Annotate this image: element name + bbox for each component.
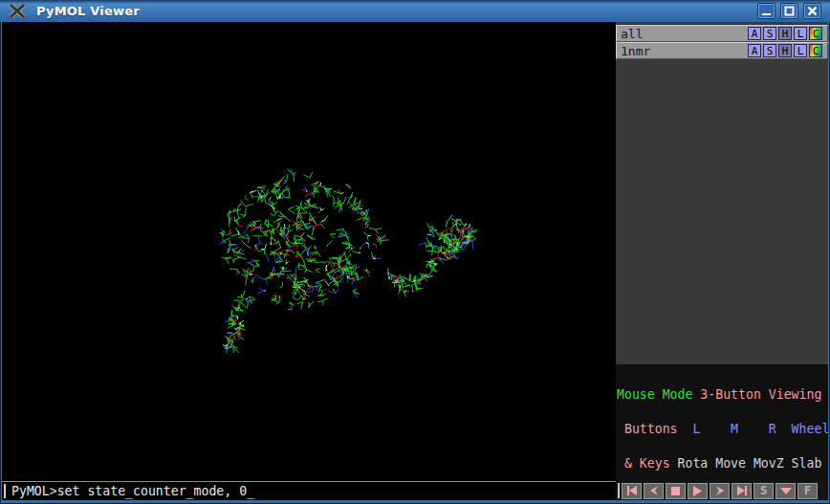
- minimize-button[interactable]: [757, 3, 775, 19]
- frame-menu-button[interactable]: [775, 483, 796, 499]
- object-name[interactable]: 1nmr: [617, 44, 748, 58]
- step-back-button[interactable]: [644, 483, 664, 499]
- go-to-end-button[interactable]: [732, 483, 752, 499]
- sidebar: all A S H L C 1nmr A S H L C Mouse Mode …: [616, 22, 828, 500]
- viewport[interactable]: [2, 22, 616, 481]
- titlebar: PyMOL Viewer: [0, 0, 830, 22]
- maximize-icon: [784, 6, 795, 16]
- molecule-canvas[interactable]: [2, 22, 616, 481]
- play-button[interactable]: [688, 483, 708, 499]
- playbar: S F: [616, 481, 828, 500]
- mouse-mode-line[interactable]: Mouse Mode 3-Button Viewing: [617, 389, 828, 401]
- minimize-icon: [761, 6, 772, 16]
- object-name[interactable]: all: [617, 27, 748, 41]
- playbar-handle[interactable]: [618, 483, 620, 498]
- command-bar[interactable]: PyMOL>set state_counter_mode, 0_: [2, 482, 616, 500]
- object-panel: all A S H L C 1nmr A S H L C: [616, 22, 828, 59]
- command-scroll-handle[interactable]: [4, 484, 6, 498]
- action-button[interactable]: A: [748, 27, 761, 40]
- mouse-mode-panel: Mouse Mode 3-Button Viewing Buttons L M …: [616, 364, 828, 481]
- stop-button[interactable]: [666, 483, 686, 499]
- action-button[interactable]: A: [748, 44, 761, 57]
- stop-icon: [671, 487, 680, 495]
- show-button[interactable]: S: [763, 27, 776, 40]
- go-to-start-button[interactable]: [622, 483, 642, 499]
- close-icon: [807, 6, 818, 16]
- step-forward-button[interactable]: [710, 483, 730, 499]
- close-button[interactable]: [803, 3, 821, 19]
- s-button[interactable]: S: [754, 483, 774, 499]
- object-row-1nmr[interactable]: 1nmr A S H L C: [616, 42, 828, 59]
- x11-app-icon: [8, 4, 27, 18]
- object-row-all[interactable]: all A S H L C: [616, 25, 828, 42]
- play-icon: [692, 486, 703, 496]
- sidebar-empty-area: [616, 59, 828, 364]
- maximize-button[interactable]: [780, 3, 798, 19]
- window-title: PyMOL Viewer: [36, 4, 140, 18]
- label-button[interactable]: L: [794, 27, 807, 40]
- skip-to-end-icon: [736, 486, 748, 495]
- label-button[interactable]: L: [794, 44, 807, 57]
- mouse-keys-row: & Keys Rota Move MovZ Slab: [617, 458, 828, 470]
- color-button[interactable]: C: [809, 27, 822, 40]
- hide-button[interactable]: H: [778, 44, 792, 57]
- skip-to-start-icon: [626, 486, 638, 495]
- triangle-down-icon: [780, 487, 792, 495]
- mouse-buttons-header: Buttons L M R Wheel: [617, 424, 828, 435]
- step-forward-icon: [715, 486, 725, 495]
- command-input[interactable]: PyMOL>set state_counter_mode, 0_: [11, 482, 254, 500]
- f-button[interactable]: F: [797, 483, 818, 499]
- color-button[interactable]: C: [809, 44, 822, 57]
- show-button[interactable]: S: [763, 44, 776, 57]
- step-back-icon: [649, 486, 659, 495]
- hide-button[interactable]: H: [778, 27, 792, 40]
